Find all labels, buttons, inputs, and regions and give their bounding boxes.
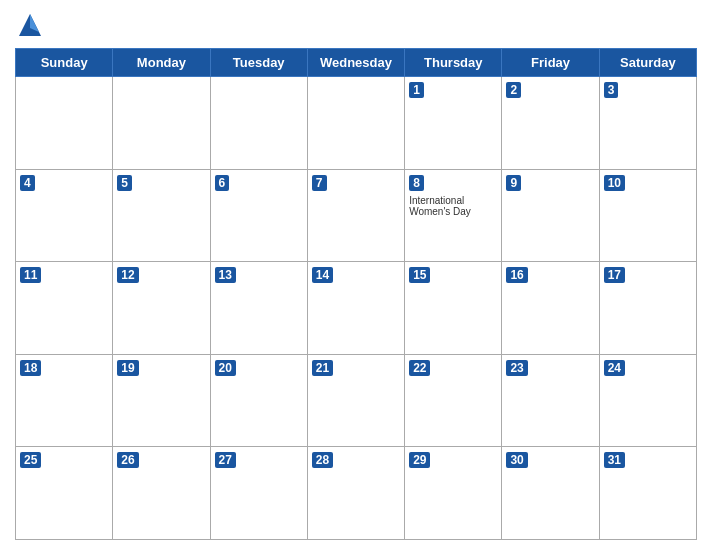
day-number: 19 [117, 360, 138, 376]
calendar-cell: 15 [405, 262, 502, 355]
calendar-cell [113, 77, 210, 170]
calendar-cell: 24 [599, 354, 696, 447]
calendar-body: 12345678International Women's Day9101112… [16, 77, 697, 540]
day-number: 10 [604, 175, 625, 191]
calendar-cell: 13 [210, 262, 307, 355]
days-of-week-row: Sunday Monday Tuesday Wednesday Thursday… [16, 49, 697, 77]
day-number: 14 [312, 267, 333, 283]
event-label: International Women's Day [409, 195, 497, 217]
calendar-week-row: 11121314151617 [16, 262, 697, 355]
day-number: 22 [409, 360, 430, 376]
calendar-week-row: 25262728293031 [16, 447, 697, 540]
calendar-week-row: 123 [16, 77, 697, 170]
calendar-cell: 8International Women's Day [405, 169, 502, 262]
col-wednesday: Wednesday [307, 49, 404, 77]
day-number: 4 [20, 175, 35, 191]
calendar-cell: 16 [502, 262, 599, 355]
day-number: 17 [604, 267, 625, 283]
calendar-cell: 25 [16, 447, 113, 540]
calendar-cell: 3 [599, 77, 696, 170]
calendar-cell: 11 [16, 262, 113, 355]
calendar-cell: 1 [405, 77, 502, 170]
calendar-cell: 5 [113, 169, 210, 262]
calendar-week-row: 18192021222324 [16, 354, 697, 447]
day-number: 29 [409, 452, 430, 468]
day-number: 28 [312, 452, 333, 468]
col-friday: Friday [502, 49, 599, 77]
day-number: 12 [117, 267, 138, 283]
day-number: 7 [312, 175, 327, 191]
day-number: 13 [215, 267, 236, 283]
calendar-cell [210, 77, 307, 170]
calendar-cell: 6 [210, 169, 307, 262]
calendar-cell: 23 [502, 354, 599, 447]
day-number: 21 [312, 360, 333, 376]
calendar-week-row: 45678International Women's Day910 [16, 169, 697, 262]
day-number: 31 [604, 452, 625, 468]
calendar-cell: 21 [307, 354, 404, 447]
calendar-cell: 9 [502, 169, 599, 262]
day-number: 2 [506, 82, 521, 98]
day-number: 23 [506, 360, 527, 376]
calendar-cell: 12 [113, 262, 210, 355]
calendar-cell [307, 77, 404, 170]
day-number: 5 [117, 175, 132, 191]
calendar-cell: 14 [307, 262, 404, 355]
day-number: 24 [604, 360, 625, 376]
calendar-page: Sunday Monday Tuesday Wednesday Thursday… [0, 0, 712, 550]
day-number: 11 [20, 267, 41, 283]
calendar-cell: 10 [599, 169, 696, 262]
calendar-cell: 7 [307, 169, 404, 262]
calendar-cell: 22 [405, 354, 502, 447]
day-number: 3 [604, 82, 619, 98]
day-number: 20 [215, 360, 236, 376]
col-thursday: Thursday [405, 49, 502, 77]
calendar-cell: 30 [502, 447, 599, 540]
day-number: 9 [506, 175, 521, 191]
col-sunday: Sunday [16, 49, 113, 77]
logo [15, 10, 49, 40]
calendar-cell: 27 [210, 447, 307, 540]
calendar-cell: 28 [307, 447, 404, 540]
calendar-cell: 18 [16, 354, 113, 447]
calendar-cell [16, 77, 113, 170]
calendar-cell: 17 [599, 262, 696, 355]
calendar-cell: 19 [113, 354, 210, 447]
calendar-header: Sunday Monday Tuesday Wednesday Thursday… [16, 49, 697, 77]
day-number: 8 [409, 175, 424, 191]
calendar-table: Sunday Monday Tuesday Wednesday Thursday… [15, 48, 697, 540]
day-number: 30 [506, 452, 527, 468]
day-number: 1 [409, 82, 424, 98]
calendar-cell: 29 [405, 447, 502, 540]
day-number: 25 [20, 452, 41, 468]
day-number: 27 [215, 452, 236, 468]
logo-icon [15, 10, 45, 40]
calendar-cell: 2 [502, 77, 599, 170]
calendar-cell: 31 [599, 447, 696, 540]
day-number: 6 [215, 175, 230, 191]
day-number: 15 [409, 267, 430, 283]
header [15, 10, 697, 40]
col-saturday: Saturday [599, 49, 696, 77]
col-monday: Monday [113, 49, 210, 77]
calendar-cell: 26 [113, 447, 210, 540]
col-tuesday: Tuesday [210, 49, 307, 77]
day-number: 16 [506, 267, 527, 283]
day-number: 18 [20, 360, 41, 376]
calendar-cell: 20 [210, 354, 307, 447]
day-number: 26 [117, 452, 138, 468]
calendar-cell: 4 [16, 169, 113, 262]
